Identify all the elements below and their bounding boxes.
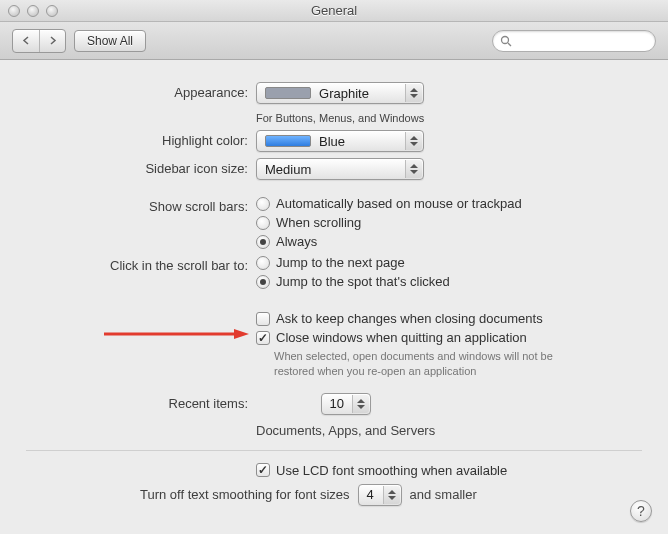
appearance-label: Appearance: — [26, 82, 256, 100]
radio-label: Jump to the spot that's clicked — [276, 274, 450, 289]
search-wrap — [492, 30, 656, 52]
appearance-popup[interactable]: Graphite — [256, 82, 424, 104]
scrollbars-always-radio[interactable]: Always — [256, 234, 522, 249]
chevron-left-icon — [22, 36, 31, 45]
radio-label: Automatically based on mouse or trackpad — [276, 196, 522, 211]
checkbox-label: Ask to keep changes when closing documen… — [276, 311, 543, 326]
recent-suffix: Documents, Apps, and Servers — [256, 423, 435, 438]
traffic-lights — [0, 5, 58, 17]
radio-label: Jump to the next page — [276, 255, 405, 270]
sidebar-size-popup[interactable]: Medium — [256, 158, 424, 180]
stepper-icon — [352, 395, 369, 413]
appearance-value: Graphite — [319, 86, 369, 101]
radio-label: Always — [276, 234, 317, 249]
appearance-suffix: For Buttons, Menus, and Windows — [256, 112, 424, 124]
smoothing-prefix: Turn off text smoothing for font sizes — [26, 484, 358, 502]
checkbox-label: Close windows when quitting an applicati… — [276, 330, 527, 345]
radio-label: When scrolling — [276, 215, 361, 230]
nav-segmented — [12, 29, 66, 53]
show-all-button[interactable]: Show All — [74, 30, 146, 52]
search-input[interactable] — [492, 30, 656, 52]
stepper-icon — [405, 160, 422, 178]
close-windows-checkbox[interactable]: Close windows when quitting an applicati… — [256, 330, 594, 345]
highlight-popup[interactable]: Blue — [256, 130, 424, 152]
close-window-icon[interactable] — [8, 5, 20, 17]
separator — [26, 450, 642, 451]
scrollclick-jumpspot-radio[interactable]: Jump to the spot that's clicked — [256, 274, 450, 289]
stepper-icon — [405, 132, 422, 150]
recent-popup[interactable]: 10 — [321, 393, 371, 415]
blue-swatch-icon — [265, 135, 311, 147]
graphite-swatch-icon — [265, 87, 311, 99]
window-title: General — [0, 3, 668, 18]
minimize-window-icon[interactable] — [27, 5, 39, 17]
svg-point-0 — [502, 36, 509, 43]
ask-keep-checkbox[interactable]: Ask to keep changes when closing documen… — [256, 311, 594, 326]
content-pane: Appearance: Graphite For Buttons, Menus,… — [0, 60, 668, 526]
sidebar-size-label: Sidebar icon size: — [26, 158, 256, 176]
chevron-right-icon — [48, 36, 57, 45]
help-icon: ? — [637, 503, 645, 519]
scrollbars-auto-radio[interactable]: Automatically based on mouse or trackpad — [256, 196, 522, 211]
lcd-smoothing-checkbox[interactable]: Use LCD font smoothing when available — [256, 463, 507, 478]
highlight-label: Highlight color: — [26, 130, 256, 148]
recent-value: 10 — [330, 396, 344, 411]
scrollclick-nextpage-radio[interactable]: Jump to the next page — [256, 255, 450, 270]
checkbox-label: Use LCD font smoothing when available — [276, 463, 507, 478]
smoothing-size-value: 4 — [367, 487, 374, 502]
search-icon — [500, 35, 512, 47]
zoom-window-icon[interactable] — [46, 5, 58, 17]
smoothing-size-popup[interactable]: 4 — [358, 484, 402, 506]
close-windows-note: When selected, open documents and window… — [274, 349, 594, 379]
toolbar: Show All — [0, 22, 668, 60]
help-button[interactable]: ? — [630, 500, 652, 522]
recent-label: Recent items: — [26, 393, 256, 411]
stepper-icon — [405, 84, 422, 102]
scrollbars-label: Show scroll bars: — [26, 196, 256, 214]
svg-line-1 — [508, 43, 511, 46]
titlebar: General — [0, 0, 668, 22]
forward-button[interactable] — [39, 30, 65, 52]
scrollbars-scrolling-radio[interactable]: When scrolling — [256, 215, 522, 230]
highlight-value: Blue — [319, 134, 345, 149]
stepper-icon — [383, 486, 400, 504]
sidebar-size-value: Medium — [265, 162, 311, 177]
smoothing-suffix: and smaller — [410, 487, 477, 502]
back-button[interactable] — [13, 30, 39, 52]
scrollclick-label: Click in the scroll bar to: — [26, 255, 256, 273]
